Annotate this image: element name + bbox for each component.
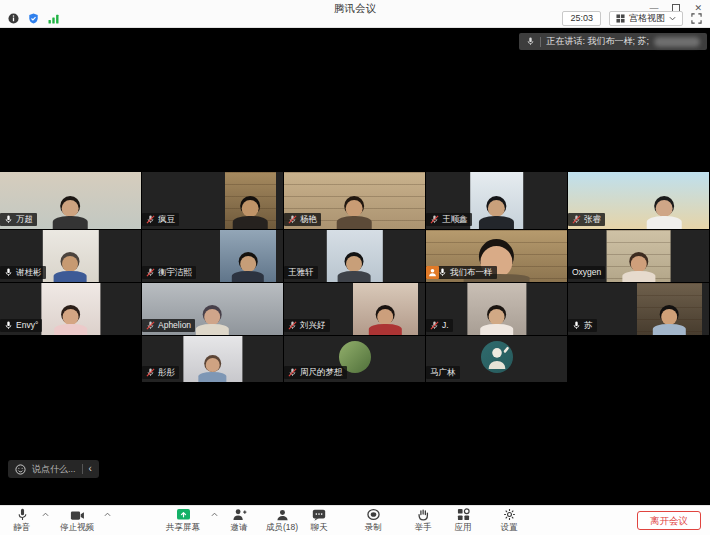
mic-muted-icon (288, 321, 297, 330)
video-tile[interactable]: 衡宇洁熙 (142, 230, 283, 282)
leave-meeting-button[interactable]: 离开会议 (637, 511, 701, 530)
video-tile[interactable]: 谢桂彬 (0, 230, 141, 282)
toolbar-button-label: 聊天 (311, 522, 328, 534)
mic-muted-icon (288, 368, 297, 377)
person-silhouette (646, 196, 682, 229)
collapse-chat-icon[interactable]: ‹ (89, 464, 92, 474)
participant-name-tag: 王顺鑫 (426, 213, 472, 226)
share-screen-button[interactable]: 共享屏幕 (158, 508, 208, 534)
video-tile[interactable]: Aphelion (142, 283, 283, 335)
toolbar-button-label: 共享屏幕 (166, 522, 200, 534)
record-button[interactable]: 录制 (356, 508, 390, 534)
participant-video (326, 230, 382, 282)
person-silhouette (653, 305, 687, 335)
chevron-up-icon[interactable] (211, 512, 218, 517)
person-silhouette (196, 305, 230, 335)
participant-video (220, 230, 276, 282)
person-silhouette (53, 196, 89, 229)
person-silhouette (54, 305, 88, 335)
participant-avatar (481, 341, 513, 373)
video-tile[interactable]: 彤彤 (142, 336, 283, 382)
participant-name-tag: 王雅轩 (284, 266, 318, 279)
mic-muted-icon (146, 215, 155, 224)
meeting-timer: 25:03 (562, 11, 601, 26)
video-tile[interactable]: 王雅轩 (284, 230, 425, 282)
video-tile[interactable]: 马广林 (426, 336, 567, 382)
participant-video (353, 283, 418, 335)
chevron-up-icon[interactable] (104, 512, 111, 517)
video-tile[interactable]: Oxygen (568, 230, 709, 282)
participant-name-tag: 谢桂彬 (0, 266, 46, 279)
quick-chat-bar[interactable]: 说点什么... ‹ (8, 460, 99, 478)
mute-button[interactable]: 静音 (5, 508, 39, 534)
participant-video (637, 283, 702, 335)
participant-name: 马广林 (430, 366, 456, 379)
members-icon (276, 508, 289, 521)
mic-muted-icon (430, 215, 439, 224)
person-silhouette (338, 252, 372, 282)
view-mode-button[interactable]: 宫格视图 (609, 11, 683, 26)
meeting-info-icon[interactable] (8, 13, 19, 24)
person-silhouette (337, 196, 373, 229)
participant-name-tag: 张睿 (568, 213, 605, 226)
chat-input-placeholder[interactable]: 说点什么... (32, 463, 76, 476)
participant-name: 周尺的梦想 (300, 366, 343, 379)
toolbar-button-label: 应用 (455, 522, 472, 534)
video-tile[interactable]: 王顺鑫 (426, 172, 567, 229)
chevron-up-icon[interactable] (42, 512, 49, 517)
chevron-down-icon (669, 16, 676, 21)
person-silhouette (233, 196, 269, 229)
fullscreen-icon[interactable] (691, 13, 702, 24)
participant-name-tag: 衡宇洁熙 (142, 266, 196, 279)
raise-hand-button[interactable]: 举手 (406, 508, 440, 534)
person-silhouette (369, 305, 403, 335)
members-button[interactable]: 成员(18) (260, 508, 304, 534)
toolbar-button-label: 录制 (365, 522, 382, 534)
chat-button[interactable]: 聊天 (302, 508, 336, 534)
stop-video-button[interactable]: 停止视频 (53, 508, 101, 534)
video-grid: 万超疯豆杨艳王顺鑫张睿谢桂彬衡宇洁熙王雅轩我们布一样OxygenEnvy°Aph… (0, 172, 710, 382)
video-tile[interactable]: Envy° (0, 283, 141, 335)
participant-name: 彤彤 (158, 366, 175, 379)
video-tile[interactable]: 疯豆 (142, 172, 283, 229)
emoji-smiley-icon[interactable] (15, 464, 26, 475)
video-tile[interactable]: 杨艳 (284, 172, 425, 229)
person-silhouette (479, 196, 515, 229)
invite-button[interactable]: 邀请 (221, 508, 257, 534)
apps-button[interactable]: 应用 (446, 508, 480, 534)
participant-name: 苏 (584, 319, 593, 332)
video-tile[interactable]: 刘兴好 (284, 283, 425, 335)
video-tile[interactable]: J. (426, 283, 567, 335)
participant-name-tag: J. (426, 319, 453, 332)
share-icon (176, 508, 191, 521)
participant-name: 万超 (16, 213, 33, 226)
speaking-banner: 正在讲话: 我们布一样; 苏; (519, 33, 707, 50)
participant-video (225, 172, 276, 229)
toolbar-button-label: 举手 (415, 522, 432, 534)
bottom-toolbar: 离开会议 静音停止视频共享屏幕邀请成员(18)聊天录制举手应用设置 (0, 505, 710, 535)
participant-name-tag: 杨艳 (284, 213, 321, 226)
video-tile[interactable]: 苏 (568, 283, 709, 335)
video-tile[interactable]: 周尺的梦想 (284, 336, 425, 382)
participant-name: Oxygen (572, 266, 601, 279)
participant-name: 疯豆 (158, 213, 175, 226)
network-signal-icon[interactable] (48, 14, 60, 24)
redacted-speaker-blob (654, 37, 700, 47)
toolbar-button-label: 静音 (14, 522, 31, 534)
video-tile[interactable]: 我们布一样 (426, 230, 567, 282)
mic-on-icon (572, 321, 581, 330)
participant-name-tag: 万超 (0, 213, 37, 226)
settings-button[interactable]: 设置 (492, 508, 526, 534)
chat-bar-divider (82, 464, 83, 474)
mic-muted-icon (288, 215, 297, 224)
video-tile[interactable]: 万超 (0, 172, 141, 229)
mic-on-icon (4, 268, 13, 277)
participant-name: 谢桂彬 (16, 266, 42, 279)
header-status-icons (8, 13, 60, 24)
mic-on-icon (4, 215, 13, 224)
toolbar-button-label: 设置 (501, 522, 518, 534)
mic-muted-icon (146, 368, 155, 377)
participant-video (606, 230, 671, 282)
video-tile[interactable]: 张睿 (568, 172, 709, 229)
security-shield-icon[interactable] (28, 13, 39, 24)
